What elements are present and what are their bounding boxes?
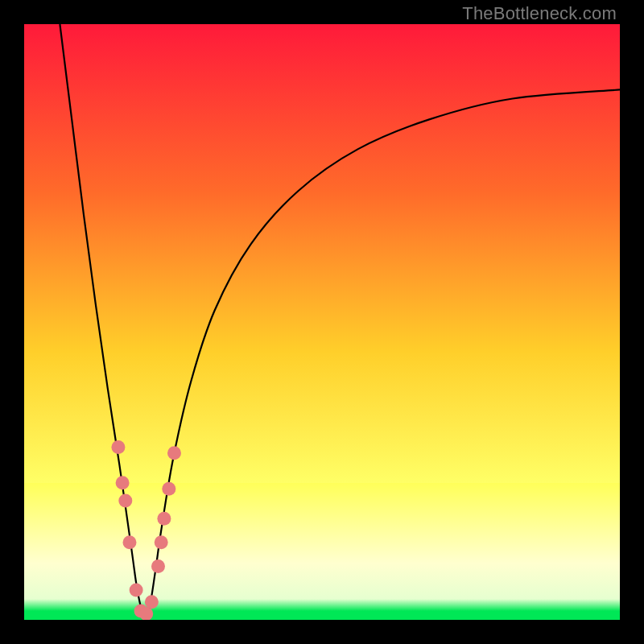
data-dot — [116, 476, 130, 489]
plot-area — [24, 24, 620, 620]
data-dot — [155, 535, 168, 549]
data-dot — [111, 440, 125, 454]
data-dot — [118, 494, 132, 508]
data-dot — [167, 446, 181, 460]
data-dot — [157, 512, 171, 526]
data-dot — [130, 584, 143, 597]
chart-frame: TheBottleneck.com — [0, 0, 644, 644]
data-dot — [151, 559, 165, 573]
data-dot — [162, 482, 175, 496]
data-dot — [145, 595, 159, 609]
data-dots — [24, 24, 620, 620]
watermark-text: TheBottleneck.com — [462, 3, 617, 24]
data-dot — [122, 535, 136, 549]
